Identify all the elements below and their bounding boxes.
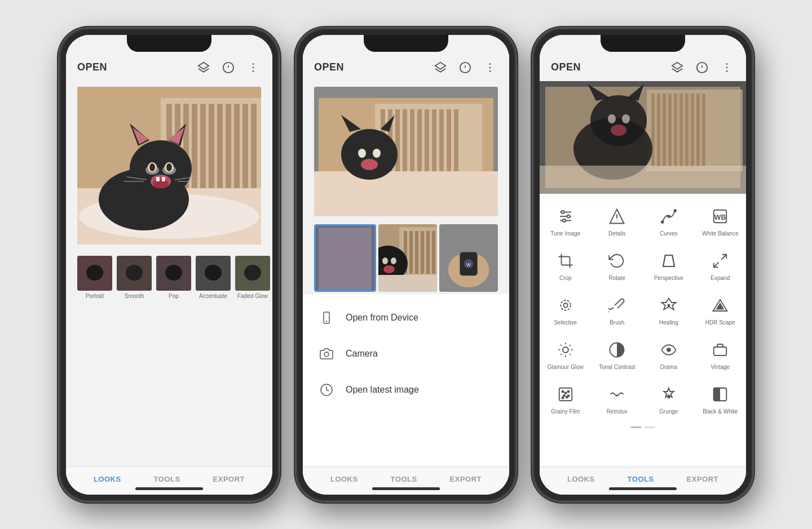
look-accentuate[interactable]: Accentuate: [196, 256, 231, 299]
menu-open-device[interactable]: Open from Device: [303, 300, 509, 336]
svg-point-128: [590, 95, 647, 146]
svg-rect-119: [663, 94, 666, 167]
look-smooth[interactable]: Smooth: [117, 256, 152, 299]
svg-rect-125: [696, 94, 700, 167]
white-balance-icon: WB: [710, 206, 730, 226]
tab-export-3[interactable]: EXPORT: [687, 475, 718, 483]
tool-label: Grunge: [659, 408, 678, 415]
tool-retrolux[interactable]: Retrolux: [592, 377, 643, 422]
tab-export-2[interactable]: EXPORT: [450, 475, 482, 483]
camera-icon: [319, 346, 334, 362]
notch: [601, 35, 685, 52]
menu-label: Open from Device: [346, 313, 418, 323]
tool-label: Curves: [660, 230, 678, 237]
open-button-3[interactable]: OPEN: [551, 61, 581, 73]
tool-glamour-glow[interactable]: Glamour Glow: [540, 333, 592, 377]
tool-brush[interactable]: Brush: [592, 288, 643, 333]
tool-grainy-film[interactable]: Grainy Film: [540, 377, 592, 422]
layers-icon[interactable]: [433, 60, 448, 75]
look-label: Smooth: [125, 293, 144, 299]
svg-rect-169: [568, 390, 570, 392]
tool-drama[interactable]: Drama: [643, 333, 695, 377]
svg-point-131: [608, 114, 616, 123]
tool-healing[interactable]: Healing: [643, 288, 695, 333]
tool-label: Selective: [554, 319, 577, 326]
thumb-2[interactable]: [378, 224, 437, 292]
layers-icon[interactable]: [196, 60, 211, 75]
svg-marker-0: [198, 62, 209, 69]
tool-label: HDR Scape: [705, 319, 735, 326]
more-icon[interactable]: [482, 60, 498, 75]
svg-rect-18: [242, 104, 248, 194]
tool-grunge[interactable]: Grunge: [643, 377, 695, 422]
open-menu: Open from Device Camera: [303, 294, 509, 466]
look-pop[interactable]: Pop: [156, 256, 191, 299]
look-faded-glow[interactable]: Faded Glow: [235, 256, 270, 299]
tab-looks-3[interactable]: LOOKS: [567, 475, 595, 483]
more-icon[interactable]: [719, 60, 735, 75]
svg-point-154: [563, 303, 568, 308]
svg-rect-166: [559, 388, 572, 401]
svg-rect-162: [714, 347, 727, 355]
tool-white-balance[interactable]: WB White Balance: [695, 199, 747, 244]
tool-label: Crop: [559, 274, 572, 282]
svg-rect-85: [409, 231, 413, 274]
svg-marker-52: [435, 62, 445, 69]
tool-curves[interactable]: Curves: [643, 199, 695, 244]
svg-point-56: [489, 63, 491, 65]
svg-point-47: [165, 265, 182, 281]
tool-details[interactable]: Details: [592, 199, 643, 244]
thumb-1[interactable]: [314, 224, 376, 292]
tool-label: Perspective: [654, 274, 683, 282]
look-label: Pop: [169, 293, 179, 299]
healing-icon: [659, 295, 679, 315]
open-button-2[interactable]: OPEN: [314, 61, 344, 73]
svg-rect-86: [415, 231, 418, 274]
tab-tools-1[interactable]: TOOLS: [154, 475, 180, 483]
tab-export-1[interactable]: EXPORT: [213, 475, 245, 483]
tab-tools-3[interactable]: TOOLS: [628, 475, 654, 483]
tab-looks-2[interactable]: LOOKS: [330, 475, 358, 483]
tool-label: Grainy Film: [551, 408, 580, 415]
tool-black-white[interactable]: Black & White: [695, 377, 747, 422]
tool-tune-image[interactable]: Tune Image: [540, 199, 592, 244]
details-icon: [607, 206, 627, 226]
tool-selective[interactable]: Selective: [540, 288, 592, 333]
svg-rect-19: [251, 104, 257, 194]
more-icon[interactable]: [245, 60, 261, 75]
svg-rect-121: [674, 94, 677, 167]
tool-crop[interactable]: Crop: [540, 244, 592, 288]
open-button-1[interactable]: OPEN: [77, 61, 107, 73]
look-portrait[interactable]: Portrait: [77, 256, 112, 299]
bottom-tabs-3: LOOKS TOOLS EXPORT: [540, 466, 746, 495]
svg-line-153: [714, 262, 719, 267]
tool-tonal-contrast[interactable]: Tonal Contrast: [592, 333, 643, 377]
grunge-icon: [659, 384, 679, 404]
menu-camera[interactable]: Camera: [303, 336, 509, 372]
svg-rect-122: [679, 94, 683, 167]
look-label: Faded Glow: [237, 293, 268, 299]
tab-looks-1[interactable]: LOOKS: [94, 475, 121, 483]
info-icon[interactable]: [457, 60, 473, 75]
thumb-3[interactable]: W: [439, 224, 498, 292]
phone-3: OPEN: [533, 28, 753, 501]
tool-vintage[interactable]: Vintage: [695, 333, 747, 377]
tool-hdr-scape[interactable]: HDR Scape: [695, 288, 747, 333]
svg-marker-107: [672, 62, 682, 69]
layers-icon[interactable]: [669, 60, 685, 75]
tab-tools-2[interactable]: TOOLS: [391, 475, 417, 483]
menu-latest[interactable]: Open latest image: [303, 372, 509, 408]
info-icon[interactable]: [694, 60, 710, 75]
svg-point-156: [667, 304, 670, 306]
svg-point-146: [674, 210, 676, 212]
tool-expand[interactable]: Expand: [695, 244, 747, 288]
tool-rotate[interactable]: Rotate: [592, 244, 643, 288]
svg-point-79: [361, 159, 378, 170]
svg-point-132: [622, 114, 630, 123]
svg-point-4: [253, 63, 254, 65]
svg-rect-37: [162, 177, 165, 181]
tool-label: Expand: [710, 274, 730, 282]
info-icon[interactable]: [220, 60, 236, 75]
svg-point-159: [563, 347, 568, 353]
tool-perspective[interactable]: Perspective: [643, 244, 695, 288]
